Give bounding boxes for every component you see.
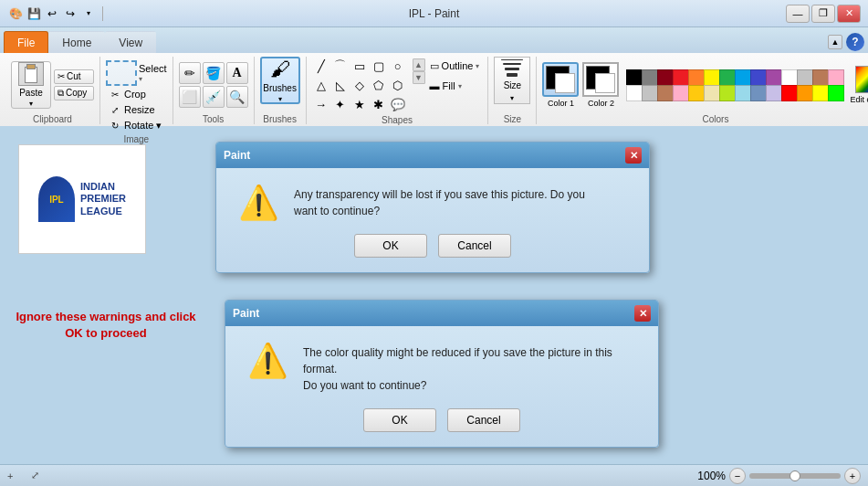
resize-button[interactable]: ⤢ Resize [106, 102, 158, 117]
color1-selector[interactable]: Color 1 [542, 62, 579, 108]
star4-shape[interactable]: ✦ [331, 95, 350, 113]
paste-icon [18, 62, 44, 86]
palette-color-3f48cc[interactable] [750, 69, 767, 86]
palette-color-ffff00[interactable] [812, 85, 829, 101]
palette-color-a349a4[interactable] [766, 69, 782, 86]
help-button[interactable]: ? [846, 33, 864, 51]
transparency-dialog-close[interactable]: ✕ [625, 147, 642, 164]
triangle-shape[interactable]: △ [312, 76, 330, 94]
star6-shape[interactable]: ✱ [370, 95, 388, 113]
resize-icon: ⤢ [109, 103, 121, 116]
palette-color-ffffff[interactable] [781, 69, 798, 86]
palette-color-ff0000[interactable] [781, 85, 798, 101]
palette-color-00a2e8[interactable] [735, 69, 751, 86]
tab-home[interactable]: Home [48, 31, 105, 53]
shapes-group: ╱ ⌒ ▭ ▢ ○ △ ◺ ◇ ⬠ ⬡ → ✦ ★ ✱ 💬 ▲ ▼ [307, 57, 489, 124]
tab-file[interactable]: File [4, 31, 48, 53]
colorquality-cancel-button[interactable]: Cancel [447, 408, 520, 432]
palette-color-99d9ea[interactable] [735, 85, 751, 101]
rightangle-shape[interactable]: ◺ [331, 76, 350, 94]
palette-color-c8bfe7[interactable] [766, 85, 782, 101]
close-button[interactable]: ✕ [837, 5, 861, 23]
pentagon-shape[interactable]: ⬠ [370, 76, 388, 94]
zoom-track [749, 473, 841, 479]
zoom-out-button[interactable]: − [729, 468, 746, 484]
palette-color-b97a57[interactable] [812, 69, 829, 86]
undo-quick-btn[interactable]: ↩ [44, 5, 60, 22]
zoom-thumb[interactable] [790, 470, 800, 481]
dropdown-quick-btn[interactable]: ▾ [80, 5, 97, 22]
outline-button[interactable]: ▭ Outline ▾ [427, 57, 483, 75]
palette-color-c3c3c3[interactable] [797, 69, 813, 86]
curve-shape[interactable]: ⌒ [331, 57, 350, 75]
colorquality-dialog-close[interactable]: ✕ [634, 305, 651, 322]
size-button[interactable]: Size ▾ [494, 57, 530, 104]
paste-dropdown-arrow: ▾ [29, 100, 33, 108]
palette-color-ffc90e[interactable] [688, 85, 705, 101]
transparency-cancel-button[interactable]: Cancel [438, 234, 511, 258]
select-button[interactable]: Select ▾ [106, 60, 167, 86]
fill-icon: ▬ [430, 80, 440, 91]
palette-color-b5e61d[interactable] [719, 85, 736, 101]
zoom-in-button[interactable]: + [844, 468, 861, 484]
palette-color-000000[interactable] [626, 69, 643, 86]
shapes-nav: ▲ ▼ [413, 57, 425, 86]
maximize-button[interactable]: ❐ [811, 5, 835, 23]
add-item: + [7, 470, 13, 481]
palette-color-22b14c[interactable] [719, 69, 736, 86]
cut-button[interactable]: ✂ Cut [54, 69, 94, 84]
fill-button[interactable]: ▬ Fill ▾ [427, 77, 483, 95]
clipboard-small-buttons: ✂ Cut ⧉ Copy [54, 69, 94, 100]
crop-button[interactable]: ✂ Crop [106, 87, 149, 101]
palette-color-7f7f7f[interactable] [642, 69, 658, 86]
palette-color-ffaec9[interactable] [828, 69, 844, 86]
palette-color-ffaec9[interactable] [673, 85, 689, 101]
outline-fill-controls: ▭ Outline ▾ ▬ Fill ▾ [427, 57, 483, 95]
paste-button[interactable]: Paste ▾ [11, 61, 51, 109]
color2-swatch [582, 62, 619, 97]
palette-color-fff200[interactable] [704, 69, 720, 86]
copy-button[interactable]: ⧉ Copy [54, 86, 94, 100]
palette-color-7092be[interactable] [750, 85, 767, 101]
redo-quick-btn[interactable]: ↪ [62, 5, 78, 22]
brushes-button[interactable]: 🖌 Brushes ▾ [260, 57, 300, 104]
crop-icon: ✂ [109, 88, 121, 100]
fill-tool[interactable]: 🪣 [203, 62, 225, 84]
transparency-ok-button[interactable]: OK [354, 234, 427, 258]
tab-view[interactable]: View [105, 31, 156, 53]
palette-color-ff9900[interactable] [797, 85, 813, 101]
shapes-up-btn[interactable]: ▲ [413, 58, 425, 71]
edit-colors-button[interactable]: Edit colors [850, 66, 868, 104]
palette-color-ffffff[interactable] [626, 85, 643, 101]
colorquality-dialog-titlebar: Paint ✕ [225, 301, 658, 326]
arrow-shape[interactable]: → [312, 95, 330, 113]
rect-shape[interactable]: ▭ [350, 57, 369, 75]
palette-color-00ff00[interactable] [828, 85, 844, 101]
callout-shape[interactable]: 💬 [389, 95, 407, 113]
diamond-shape[interactable]: ◇ [350, 76, 369, 94]
pencil-tool[interactable]: ✏ [179, 62, 201, 84]
shapes-down-btn[interactable]: ▼ [413, 71, 425, 84]
magnify-tool[interactable]: 🔍 [226, 86, 248, 108]
palette-color-ed1c24[interactable] [673, 69, 689, 86]
color2-selector[interactable]: Color 2 [582, 62, 619, 108]
roundrect-shape[interactable]: ▢ [370, 57, 388, 75]
hexagon-shape[interactable]: ⬡ [389, 76, 407, 94]
palette-color-ff7f27[interactable] [688, 69, 705, 86]
ellipse-shape[interactable]: ○ [389, 57, 407, 75]
text-tool[interactable]: A [226, 62, 248, 84]
palette-color-efe4b0[interactable] [704, 85, 720, 101]
palette-color-c3c3c3[interactable] [642, 85, 658, 101]
color-picker-tool[interactable]: 💉 [203, 86, 225, 108]
line-shape[interactable]: ╱ [312, 57, 330, 75]
ribbon-up-btn[interactable]: ▲ [828, 35, 842, 49]
palette-color-b97a57[interactable] [657, 85, 674, 101]
colorquality-ok-button[interactable]: OK [363, 408, 436, 432]
save-quick-btn[interactable]: 💾 [26, 5, 42, 22]
palette-color-880015[interactable] [657, 69, 674, 86]
ribbon-tabs: File Home View ▲ ? [0, 27, 868, 53]
eraser-tool[interactable]: ⬜ [179, 86, 201, 108]
ipl-logo: IPL INDIAN PREMIER LEAGUE [18, 144, 146, 254]
minimize-button[interactable]: — [786, 5, 810, 23]
star5-shape[interactable]: ★ [350, 95, 369, 113]
